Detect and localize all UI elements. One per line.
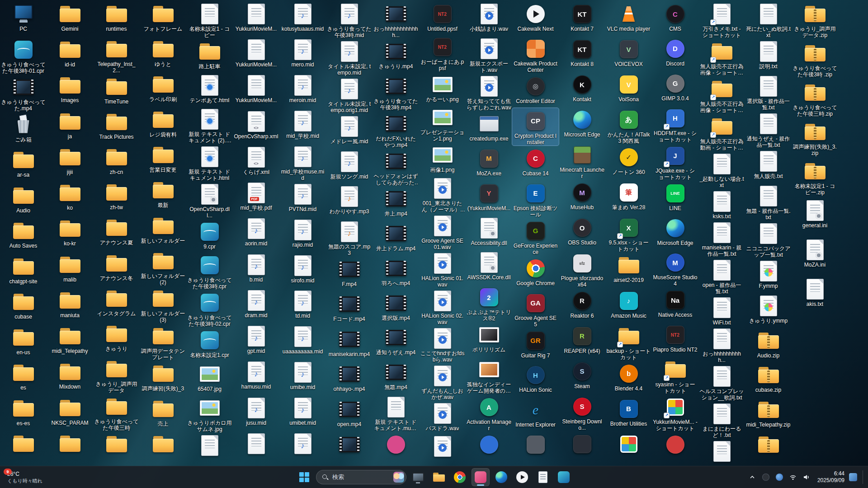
desktop-icon[interactable]: cubase <box>0 289 47 324</box>
taskbar-app-notepad[interactable] <box>534 468 552 486</box>
desktop-icon[interactable]: 画像1.png <box>419 142 466 175</box>
desktop-icon[interactable]: アナウンス夏 <box>93 215 140 250</box>
desktop-icon[interactable]: Microsoft Edge <box>559 107 605 142</box>
desktop-icon[interactable]: GRGuitar Rig 7 <box>512 328 559 362</box>
desktop-icon[interactable]: WiFi.txt <box>698 295 745 326</box>
desktop-icon[interactable]: ♪kotusytuaaus.mid <box>279 1 326 37</box>
desktop-icon[interactable]: きゅうり食ってた午後3時.mp4 <box>373 73 419 111</box>
desktop-icon[interactable]: ♪mero.mid <box>279 37 326 72</box>
desktop-icon[interactable]: きゅうり_調声用データ <box>93 356 140 394</box>
desktop-icon[interactable]: malib <box>47 252 93 287</box>
taskbar-app-music-app-active[interactable] <box>472 468 490 486</box>
desktop-icon[interactable]: ♪umibet.mid <box>279 395 326 431</box>
desktop-icon[interactable]: Mixdown <box>47 359 93 394</box>
taskbar-app-file-explorer[interactable] <box>430 468 448 486</box>
desktop-icon[interactable]: ずんだもん_しおかぜ.wav <box>419 363 466 400</box>
desktop-icon[interactable]: 路上駐車 <box>186 38 233 72</box>
desktop-icon[interactable]: CPCrypton Product Installer <box>512 108 559 145</box>
desktop-icon[interactable]: おっhhhhhhhhhhhh... <box>373 1 419 38</box>
desktop-icon[interactable]: 井上ドラム.mp4 <box>373 221 419 255</box>
desktop-icon[interactable]: きゅうり.mp4 <box>373 38 419 73</box>
desktop-icon[interactable]: きゅうりボカロ用サムネ.jpg <box>186 395 233 432</box>
desktop-icon[interactable]: あかんたん！AITalk 3 関西風 <box>605 107 652 144</box>
tray-app-icon-1[interactable] <box>761 472 770 483</box>
desktop-icon[interactable]: ♪gpt.mid <box>233 323 279 359</box>
desktop-icon[interactable]: 通知うぜえ - 親作品一覧.txt <box>745 111 792 148</box>
desktop-icon[interactable]: おっhhhhhhhhhh... <box>698 326 745 363</box>
desktop-icon[interactable]: cubase.zip <box>745 362 792 397</box>
desktop-icon[interactable]: ♪sirofo.mid <box>279 253 326 288</box>
desktop-icon[interactable]: ♪uaaaaaaaaa.mid <box>279 324 326 359</box>
desktop-icon[interactable]: テンポあて.html <box>186 72 233 106</box>
desktop-icon[interactable] <box>47 431 93 466</box>
desktop-icon[interactable]: KKontakt <box>559 71 605 107</box>
desktop-icon[interactable]: ♪mid_学校muse.mid <box>279 144 326 181</box>
desktop-icon[interactable]: 井上.mp4 <box>373 186 419 221</box>
desktop-icon[interactable]: ✓ノートン 360 <box>605 144 652 179</box>
desktop-icon[interactable]: J↗JQuake.exe - ショートカット <box>652 143 698 180</box>
desktop-icon[interactable]: 最新 <box>140 177 186 212</box>
desktop-icon[interactable]: createdump.exe <box>466 111 512 145</box>
desktop-icon[interactable]: ko <box>47 180 93 216</box>
desktop-icon[interactable]: <>くらげ.xml <box>233 144 279 180</box>
desktop-icon[interactable]: MMuseHub <box>559 179 605 215</box>
desktop-icon[interactable]: ヘッドフォンはずしてらあがった.mp4 <box>373 148 419 186</box>
desktop-icon[interactable]: AActivation Manager <box>466 394 512 432</box>
desktop-icon[interactable]: 2ぷよぷよ™テトリス®2 <box>466 284 512 322</box>
desktop-icon[interactable] <box>466 432 512 466</box>
desktop-icon[interactable]: Audio <box>0 183 47 218</box>
desktop-icon[interactable]: ♪タイトル未設定, tempo.mid <box>326 38 373 76</box>
desktop-icon[interactable]: ♪rajio.mid <box>279 217 326 253</box>
desktop-icon[interactable]: RREAPER (x64) <box>559 323 605 358</box>
desktop-icon[interactable]: きゅうり.ymmp <box>745 293 792 328</box>
desktop-icon[interactable]: Track Pictures <box>93 109 140 144</box>
desktop-icon[interactable]: ↗無人販売不正行為動画 - ショートカット <box>698 113 745 151</box>
desktop-icon[interactable]: きゅうり食べってた午後三時.zip <box>792 80 838 119</box>
desktop-icon[interactable]: Accessibility.dll <box>466 215 512 250</box>
desktop-icon[interactable] <box>140 431 186 466</box>
desktop-icon[interactable]: akis.txt <box>792 276 838 315</box>
desktop-icon[interactable]: ja <box>47 108 93 144</box>
taskbar-app-task-view[interactable] <box>409 468 427 486</box>
desktop-icon[interactable]: ↗backup - ショートカット <box>605 323 652 361</box>
desktop-icon[interactable]: runtimes <box>93 1 140 36</box>
desktop-icon[interactable]: 孤独なインディーゲーム開発者の一生... <box>466 357 512 394</box>
desktop-icon[interactable]: ♪メドレー風.mid <box>326 113 373 149</box>
desktop-icon[interactable]: open.mp4 <box>326 396 373 432</box>
desktop-icon[interactable] <box>326 432 373 467</box>
desktop-icon[interactable] <box>745 432 792 466</box>
desktop-icon[interactable]: きゅうり食べってた午後三時 <box>93 394 140 431</box>
desktop-icon[interactable]: OOBS Studio <box>559 215 605 250</box>
desktop-icon[interactable]: NKSC_PARAM <box>47 395 93 431</box>
desktop-icon[interactable]: HHALion Sonic <box>512 362 559 397</box>
desktop-icon[interactable]: ohhayo-.mp4 <box>326 361 373 396</box>
taskbar-app-cubase[interactable] <box>555 468 573 486</box>
desktop-icon[interactable]: Images <box>47 72 93 108</box>
desktop-icon[interactable]: 選択版 - 親作品一覧.txt <box>745 73 792 111</box>
desktop-icon[interactable]: ポリリリズム <box>466 322 512 357</box>
desktop-icon[interactable]: Auto Saves <box>0 218 47 253</box>
desktop-icon[interactable] <box>419 433 466 466</box>
desktop-icon[interactable]: F.mp4 <box>326 256 373 291</box>
desktop-icon[interactable]: 65407.jpg <box>186 361 233 395</box>
desktop-icon[interactable]: maniuta <box>47 287 93 323</box>
desktop-icon[interactable]: ここでhndすおfdsbら.wav <box>419 325 466 363</box>
desktop-icon[interactable]: NT2Untitled.ppsf <box>419 1 466 34</box>
desktop-icon[interactable]: バスドラ.wav <box>419 400 466 433</box>
desktop-icon[interactable]: en-us <box>0 324 47 360</box>
desktop-icon[interactable]: ksks.txt <box>698 188 745 220</box>
desktop-icon[interactable]: open - 親作品一覧.txt <box>698 257 745 295</box>
desktop-icon[interactable] <box>233 431 279 466</box>
desktop-icon[interactable]: H↗HDDFMT.exe - ショートカット <box>652 105 698 143</box>
desktop-icon[interactable] <box>512 432 559 466</box>
desktop-icon[interactable]: zh-cn <box>93 144 140 179</box>
desktop-icon[interactable]: ♪jusu.mid <box>233 395 279 431</box>
desktop-icon[interactable]: だれだFXいれたやつ.mp4 <box>373 111 419 148</box>
desktop-icon[interactable]: ♪umibe.mid <box>279 359 326 395</box>
desktop-icon[interactable]: KTKontakt 7 <box>559 1 605 36</box>
desktop-icon[interactable]: ゆうと <box>140 36 186 71</box>
desktop-icon[interactable] <box>373 432 419 466</box>
desktop-icon[interactable]: インスタグラム <box>93 286 140 321</box>
desktop-icon[interactable]: 営業日変更 <box>140 142 186 177</box>
desktop-icon[interactable]: jijii <box>47 144 93 180</box>
